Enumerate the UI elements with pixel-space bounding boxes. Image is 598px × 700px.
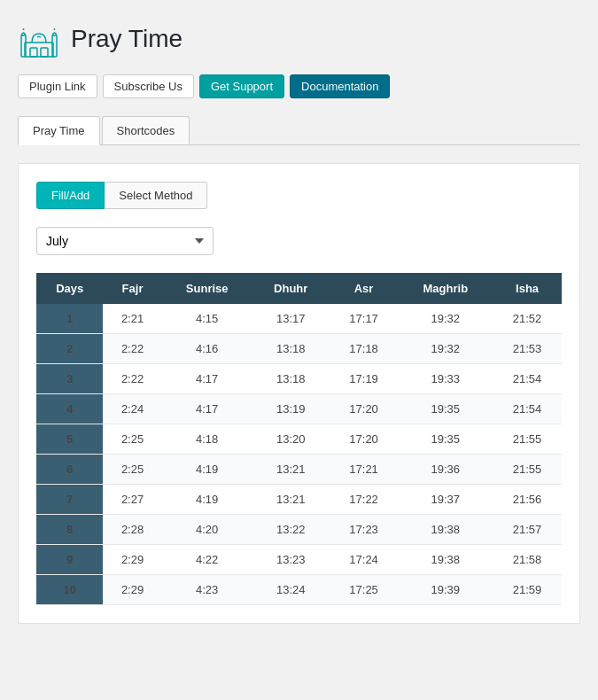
dhuhr-cell: 13:21 [252, 485, 330, 515]
fajr-cell: 2:21 [103, 304, 161, 334]
table-header-row: Days Fajr Sunrise Dhuhr Asr Maghrib Isha [36, 273, 562, 304]
day-cell: 7 [36, 485, 103, 515]
col-header-days: Days [36, 273, 103, 304]
table-row: 8 2:28 4:20 13:22 17:23 19:38 21:57 [36, 515, 562, 545]
maghrib-cell: 19:36 [398, 455, 493, 485]
get-support-button[interactable]: Get Support [199, 74, 284, 98]
table-row: 1 2:21 4:15 13:17 17:17 19:32 21:52 [36, 304, 562, 334]
month-select-wrapper: JanuaryFebruaryMarchAprilMayJuneJulyAugu… [36, 227, 562, 255]
fajr-cell: 2:22 [103, 334, 161, 364]
sunrise-cell: 4:19 [162, 485, 252, 515]
sunrise-cell: 4:18 [162, 424, 252, 455]
isha-cell: 21:55 [493, 424, 562, 455]
asr-cell: 17:18 [330, 334, 399, 364]
isha-cell: 21:54 [493, 364, 562, 394]
page-title: Pray Time [71, 25, 183, 53]
header-area: Pray Time [18, 18, 580, 60]
fajr-cell: 2:29 [103, 545, 161, 575]
maghrib-cell: 19:35 [398, 394, 493, 424]
sunrise-cell: 4:16 [162, 334, 252, 364]
day-cell: 6 [36, 455, 103, 485]
dhuhr-cell: 13:23 [252, 545, 330, 575]
fajr-cell: 2:28 [103, 515, 161, 545]
month-select[interactable]: JanuaryFebruaryMarchAprilMayJuneJulyAugu… [36, 227, 214, 255]
tab-shortcodes[interactable]: Shortcodes [102, 116, 190, 144]
asr-cell: 17:21 [330, 455, 399, 485]
sunrise-cell: 4:22 [162, 545, 252, 575]
isha-cell: 21:56 [493, 485, 562, 515]
isha-cell: 21:53 [493, 334, 562, 364]
day-cell: 8 [36, 515, 103, 545]
asr-cell: 17:19 [330, 364, 399, 394]
pray-time-table: Days Fajr Sunrise Dhuhr Asr Maghrib Isha… [36, 273, 562, 605]
asr-cell: 17:20 [330, 424, 399, 455]
table-row: 6 2:25 4:19 13:21 17:21 19:36 21:55 [36, 455, 562, 485]
sunrise-cell: 4:15 [162, 304, 252, 334]
page-wrapper: Pray Time Plugin Link Subscribe Us Get S… [0, 0, 598, 700]
subscribe-us-button[interactable]: Subscribe Us [103, 74, 194, 98]
maghrib-cell: 19:37 [398, 485, 493, 515]
fill-add-button[interactable]: Fill/Add [36, 182, 105, 209]
maghrib-cell: 19:38 [398, 545, 493, 575]
dhuhr-cell: 13:17 [252, 304, 330, 334]
isha-cell: 21:54 [493, 394, 562, 424]
select-method-button[interactable]: Select Method [105, 182, 207, 209]
fajr-cell: 2:22 [103, 364, 161, 394]
day-cell: 9 [36, 545, 103, 575]
table-row: 10 2:29 4:23 13:24 17:25 19:39 21:59 [36, 575, 562, 605]
dhuhr-cell: 13:24 [252, 575, 330, 605]
day-cell: 1 [36, 304, 103, 334]
fajr-cell: 2:24 [103, 394, 161, 424]
day-cell: 5 [36, 424, 103, 455]
table-row: 4 2:24 4:17 13:19 17:20 19:35 21:54 [36, 394, 562, 424]
maghrib-cell: 19:39 [398, 575, 493, 605]
table-row: 5 2:25 4:18 13:20 17:20 19:35 21:55 [36, 424, 562, 455]
day-cell: 2 [36, 334, 103, 364]
sunrise-cell: 4:17 [162, 364, 252, 394]
content-area: Fill/Add Select Method JanuaryFebruaryMa… [18, 163, 580, 624]
plugin-link-button[interactable]: Plugin Link [18, 74, 97, 98]
maghrib-cell: 19:32 [398, 304, 493, 334]
fajr-cell: 2:27 [103, 485, 161, 515]
svg-rect-3 [21, 35, 26, 57]
asr-cell: 17:23 [330, 515, 399, 545]
mosque-icon [18, 18, 60, 60]
day-cell: 4 [36, 394, 103, 424]
dhuhr-cell: 13:21 [252, 455, 330, 485]
tabs-row: Pray Time Shortcodes [18, 116, 580, 145]
dhuhr-cell: 13:18 [252, 334, 330, 364]
dhuhr-cell: 13:18 [252, 364, 330, 394]
maghrib-cell: 19:38 [398, 515, 493, 545]
svg-rect-1 [30, 48, 37, 57]
asr-cell: 17:20 [330, 394, 399, 424]
col-header-dhuhr: Dhuhr [252, 273, 330, 304]
action-bar: Fill/Add Select Method [36, 182, 562, 209]
sunrise-cell: 4:17 [162, 394, 252, 424]
sunrise-cell: 4:23 [162, 575, 252, 605]
fajr-cell: 2:25 [103, 455, 161, 485]
table-row: 7 2:27 4:19 13:21 17:22 19:37 21:56 [36, 485, 562, 515]
day-cell: 10 [36, 575, 103, 605]
isha-cell: 21:55 [493, 455, 562, 485]
table-row: 2 2:22 4:16 13:18 17:18 19:32 21:53 [36, 334, 562, 364]
svg-rect-5 [52, 35, 57, 57]
isha-cell: 21:59 [493, 575, 562, 605]
sunrise-cell: 4:20 [162, 515, 252, 545]
svg-rect-2 [41, 48, 48, 57]
col-header-fajr: Fajr [103, 273, 161, 304]
tab-pray-time[interactable]: Pray Time [18, 116, 100, 145]
svg-rect-0 [25, 43, 53, 57]
col-header-isha: Isha [493, 273, 562, 304]
day-cell: 3 [36, 364, 103, 394]
documentation-button[interactable]: Documentation [290, 74, 390, 98]
table-row: 9 2:29 4:22 13:23 17:24 19:38 21:58 [36, 545, 562, 575]
dhuhr-cell: 13:22 [252, 515, 330, 545]
asr-cell: 17:17 [330, 304, 399, 334]
fajr-cell: 2:29 [103, 575, 161, 605]
table-row: 3 2:22 4:17 13:18 17:19 19:33 21:54 [36, 364, 562, 394]
sunrise-cell: 4:19 [162, 455, 252, 485]
maghrib-cell: 19:35 [398, 424, 493, 455]
maghrib-cell: 19:33 [398, 364, 493, 394]
col-header-maghrib: Maghrib [398, 273, 493, 304]
dhuhr-cell: 13:19 [252, 394, 330, 424]
